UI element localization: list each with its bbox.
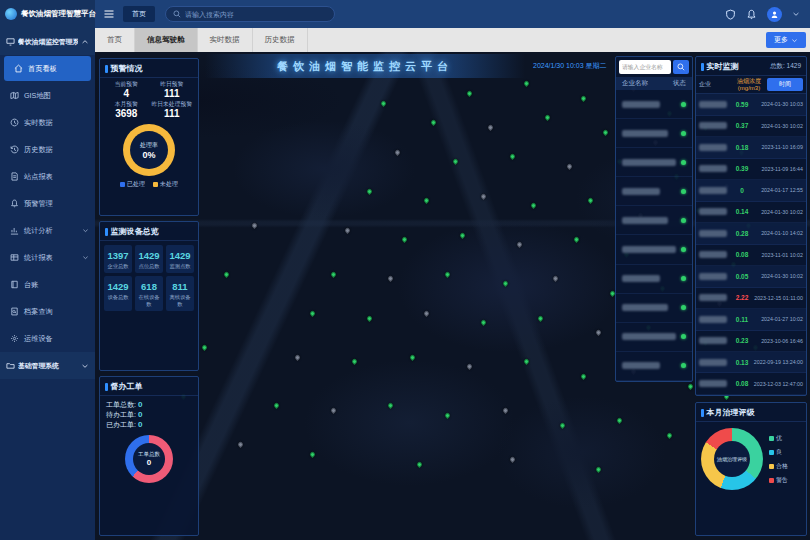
map-pin-offline[interactable] — [251, 222, 258, 229]
map-pin-offline[interactable] — [480, 192, 487, 199]
user-avatar[interactable] — [767, 7, 782, 22]
map-pin-offline[interactable] — [466, 363, 473, 370]
map-pin-online[interactable] — [523, 80, 530, 87]
map-pin-online[interactable] — [544, 114, 551, 121]
company-search-button[interactable] — [673, 60, 689, 74]
topbar-tab-home[interactable]: 首页 — [123, 6, 155, 22]
sidebar-item-alert[interactable]: 预警管理 — [0, 190, 95, 217]
realtime-row[interactable]: 0.112024-01-27 10:02 — [696, 309, 806, 330]
sidebar-item-home[interactable]: 首页看板 — [4, 56, 91, 81]
sidebar-item-realtime[interactable]: 实时数据 — [0, 109, 95, 136]
map-pin-online[interactable] — [459, 232, 466, 239]
realtime-row[interactable]: 0.392023-11-09 16:44 — [696, 159, 806, 180]
map-pin-online[interactable] — [616, 417, 623, 424]
company-row[interactable] — [616, 177, 692, 206]
company-row[interactable] — [616, 206, 692, 235]
company-row[interactable] — [616, 352, 692, 381]
map-pin-offline[interactable] — [294, 354, 301, 361]
realtime-row[interactable]: 2.222023-12-15 01:11:00 — [696, 288, 806, 309]
topbar-search-input[interactable] — [185, 11, 315, 18]
map-pin-offline[interactable] — [237, 441, 244, 448]
map-pin-online[interactable] — [502, 280, 509, 287]
map-pin-online[interactable] — [351, 358, 358, 365]
chevron-down-icon[interactable] — [792, 10, 800, 18]
sidebar-item-analysis[interactable]: 统计分析 — [0, 217, 95, 244]
company-row[interactable] — [616, 323, 692, 352]
shield-icon[interactable] — [725, 9, 736, 20]
map-pin-offline[interactable] — [594, 329, 601, 336]
tab-realtime[interactable]: 实时数据 — [198, 28, 253, 52]
map-pin-online[interactable] — [666, 432, 673, 439]
tab-history[interactable]: 历史数据 — [253, 28, 308, 52]
realtime-row[interactable]: 0.082023-12-03 12:47:00 — [696, 373, 806, 394]
map-pin-offline[interactable] — [566, 163, 573, 170]
map-pin-online[interactable] — [201, 344, 208, 351]
map-pin-online[interactable] — [416, 461, 423, 468]
map-pin-online[interactable] — [330, 271, 337, 278]
hamburger-menu-icon[interactable] — [103, 8, 115, 20]
map-pin-online[interactable] — [366, 188, 373, 195]
company-search-input[interactable] — [619, 60, 671, 74]
company-row[interactable] — [616, 148, 692, 177]
tab-home[interactable]: 首页 — [95, 28, 135, 52]
map-pin-offline[interactable] — [394, 149, 401, 156]
map-pin-offline[interactable] — [487, 124, 494, 131]
map-pin-offline[interactable] — [330, 407, 337, 414]
company-row[interactable] — [616, 265, 692, 294]
company-row[interactable] — [616, 235, 692, 264]
sidebar-item-table[interactable]: 统计报表 — [0, 244, 95, 271]
map-pin-online[interactable] — [587, 197, 594, 204]
map-pin-online[interactable] — [509, 153, 516, 160]
sidebar-section-base[interactable]: 基础管理系统 — [0, 352, 95, 379]
realtime-row[interactable]: 0.132022-09-19 13:24:00 — [696, 352, 806, 373]
map-pin-online[interactable] — [444, 412, 451, 419]
map-pin-online[interactable] — [573, 236, 580, 243]
tab-cockpit[interactable]: 信息驾驶舱 — [135, 28, 198, 52]
map-pin-offline[interactable] — [509, 456, 516, 463]
company-row[interactable] — [616, 294, 692, 323]
map-pin-offline[interactable] — [344, 227, 351, 234]
map-pin-online[interactable] — [580, 373, 587, 380]
map-pin-offline[interactable] — [516, 241, 523, 248]
map-pin-online[interactable] — [559, 422, 566, 429]
realtime-row[interactable]: 0.052024-01-30 10:02 — [696, 266, 806, 287]
map-pin-offline[interactable] — [502, 407, 509, 414]
realtime-row[interactable]: 0.182023-11-10 16:09 — [696, 137, 806, 158]
map-pin-offline[interactable] — [423, 310, 430, 317]
realtime-row[interactable]: 0.232023-10-06 16:46 — [696, 331, 806, 352]
map-pin-online[interactable] — [523, 358, 530, 365]
sidebar-item-map[interactable]: GIS地图 — [0, 82, 95, 109]
sidebar-section-monitor[interactable]: 餐饮油烟监控管理系统 — [0, 28, 95, 55]
sidebar-item-device[interactable]: 运维设备 — [0, 325, 95, 352]
company-row[interactable] — [616, 119, 692, 148]
map-pin-offline[interactable] — [387, 275, 394, 282]
map-pin-online[interactable] — [308, 310, 315, 317]
bell-icon[interactable] — [746, 9, 757, 20]
realtime-row[interactable]: 0.082023-11-01 10:02 — [696, 245, 806, 266]
sidebar-item-book[interactable]: 台账 — [0, 271, 95, 298]
map-pin-online[interactable] — [366, 314, 373, 321]
company-row[interactable] — [616, 90, 692, 119]
map-pin-online[interactable] — [602, 129, 609, 136]
map-pin-online[interactable] — [687, 383, 694, 390]
map-pin-online[interactable] — [380, 100, 387, 107]
map-pin-online[interactable] — [273, 402, 280, 409]
realtime-row[interactable]: 02024-01-17 12:55 — [696, 180, 806, 201]
map-pin-online[interactable] — [409, 354, 416, 361]
map-pin-online[interactable] — [308, 451, 315, 458]
sidebar-item-archive[interactable]: 档案查询 — [0, 298, 95, 325]
realtime-row[interactable]: 0.372024-01-30 10:02 — [696, 116, 806, 137]
map-pin-online[interactable] — [387, 402, 394, 409]
map-pin-online[interactable] — [480, 319, 487, 326]
map-pin-online[interactable] — [430, 119, 437, 126]
map-pin-online[interactable] — [444, 271, 451, 278]
map-pin-online[interactable] — [401, 236, 408, 243]
map-pin-online[interactable] — [423, 197, 430, 204]
map-pin-online[interactable] — [223, 271, 230, 278]
sidebar-item-history[interactable]: 历史数据 — [0, 136, 95, 163]
map-pin-online[interactable] — [451, 158, 458, 165]
map-pin-online[interactable] — [594, 466, 601, 473]
map-pin-online[interactable] — [530, 202, 537, 209]
map-pin-online[interactable] — [466, 90, 473, 97]
realtime-row[interactable]: 0.282024-01-10 14:02 — [696, 223, 806, 244]
